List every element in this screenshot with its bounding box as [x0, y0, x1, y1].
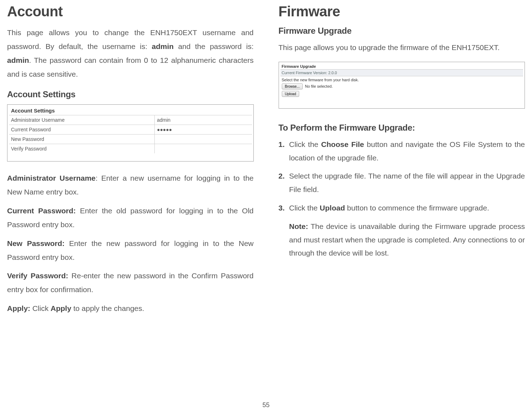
- account-settings-heading: Account Settings: [7, 89, 254, 99]
- step-number: 3.: [279, 201, 285, 215]
- intro-admin-2: admin: [7, 56, 29, 64]
- step-2: 2. Select the upgrade file. The name of …: [279, 169, 525, 196]
- step-bold: Upload: [320, 204, 345, 212]
- def-current-password: Current Password: Enter the old password…: [7, 204, 254, 232]
- def-sep: [76, 207, 80, 215]
- def-body-post: to apply the changes.: [71, 304, 144, 312]
- row-label: Verify Password: [9, 144, 155, 154]
- step-1: 1. Click the Choose File button and navi…: [279, 138, 525, 165]
- def-term: Administrator Username: [7, 174, 95, 182]
- intro-admin-1: admin: [152, 42, 174, 50]
- ss-fw-version: Current Firmware Version: 2.0.0: [280, 69, 523, 76]
- account-heading: Account: [7, 4, 254, 20]
- intro-text-3: . The password can contain from 0 to 12 …: [7, 56, 254, 78]
- def-new-password: New Password: Enter the new password for…: [7, 237, 254, 264]
- row-value: admin: [155, 115, 252, 125]
- step-post: button to commence the firmware upgrade.: [345, 204, 489, 212]
- perform-upgrade-heading: To Perform the Firmware Upgrade:: [279, 123, 525, 133]
- ss-fw-title: Firmware Upgrade: [280, 64, 523, 69]
- row-value: [155, 135, 252, 144]
- def-sep: [65, 239, 69, 247]
- table-row: Verify Password: [9, 144, 252, 154]
- row-value: ●●●●●: [155, 125, 252, 135]
- table-row: Current Password ●●●●●: [9, 125, 252, 135]
- step-number: 1.: [279, 138, 285, 151]
- firmware-upgrade-screenshot: Firmware Upgrade Current Firmware Versio…: [279, 62, 525, 109]
- def-term: New Password:: [7, 239, 65, 247]
- firmware-upgrade-heading: Firmware Upgrade: [279, 26, 525, 36]
- account-intro: This page allows you to change the ENH17…: [7, 26, 254, 81]
- def-term: Verify Password:: [7, 272, 68, 280]
- def-sep: :: [95, 174, 101, 182]
- step-pre: Click the: [289, 204, 320, 212]
- intro-text-2: and the password is:: [174, 42, 253, 50]
- def-apply: Apply: Click Apply to apply the changes.: [7, 302, 254, 316]
- firmware-intro: This page allows you to upgrade the firm…: [279, 41, 525, 55]
- def-term: Current Password:: [7, 207, 76, 215]
- def-sep: [68, 272, 71, 280]
- table-row: New Password: [9, 135, 252, 144]
- page-number: 55: [0, 401, 532, 409]
- ss-fw-instr: Select the new firmware from your hard d…: [280, 76, 523, 83]
- def-verify-password: Verify Password: Re-enter the new passwo…: [7, 269, 254, 297]
- row-value: [155, 144, 252, 154]
- row-label: New Password: [9, 135, 155, 144]
- browse-button[interactable]: Browse...: [282, 83, 303, 89]
- step-pre: Click the: [289, 140, 321, 148]
- firmware-heading: Firmware: [279, 4, 525, 20]
- step-number: 2.: [279, 169, 285, 183]
- step-pre: Select the upgrade file. The name of the…: [289, 172, 525, 193]
- upgrade-steps: 1. Click the Choose File button and navi…: [279, 138, 525, 215]
- account-settings-screenshot: Account Settings Administrator Username …: [7, 104, 254, 162]
- no-file-label: No file selected.: [305, 84, 333, 88]
- firmware-note: Note: The device is unavailable during t…: [279, 220, 525, 260]
- note-label: Note:: [289, 222, 308, 230]
- def-term: Apply:: [7, 304, 30, 312]
- def-admin-username: Administrator Username: Enter a new user…: [7, 171, 254, 199]
- row-label: Current Password: [9, 125, 155, 135]
- step-3: 3. Click the Upload button to commence t…: [279, 201, 525, 215]
- row-label: Administrator Username: [9, 115, 155, 125]
- account-settings-table: Administrator Username admin Current Pas…: [9, 115, 252, 153]
- note-body: The device is unavailable during the Fir…: [289, 222, 525, 257]
- ss-title: Account Settings: [9, 106, 252, 115]
- def-body-bold: Apply: [51, 304, 71, 312]
- def-body-pre: Click: [32, 304, 50, 312]
- step-bold: Choose File: [321, 140, 364, 148]
- upload-button[interactable]: Upload: [282, 91, 300, 97]
- table-row: Administrator Username admin: [9, 115, 252, 125]
